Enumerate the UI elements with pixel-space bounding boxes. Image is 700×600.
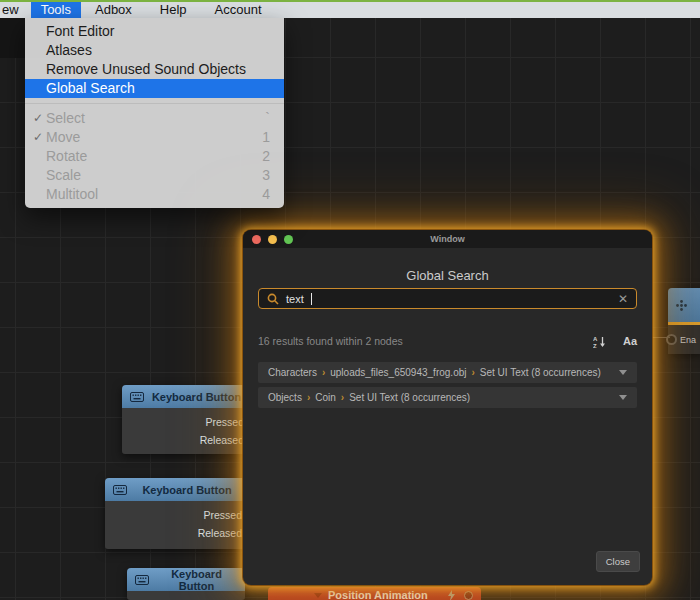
menu-help[interactable]: Help [150,2,197,18]
search-result-row[interactable]: Objects › Coin › Set UI Text (8 occurren… [258,387,637,408]
expand-caret-icon[interactable] [619,395,627,400]
output-released[interactable]: Released [122,431,250,449]
breadcrumb-segment: Characters [268,367,317,378]
menu-shortcut: ` [265,109,284,128]
node-header[interactable] [668,288,700,322]
breadcrumb-segment: Set UI Text (8 occurrences) [349,392,470,403]
breadcrumb-segment: uploads_files_650943_frog.obj [330,367,466,378]
menu-shortcut: 2 [262,147,284,166]
node-title: Keyboard Button [151,391,242,403]
search-query-text: text [286,293,304,305]
keyboard-icon [130,392,144,402]
breadcrumb-separator: › [341,392,344,403]
menu-account[interactable]: Account [205,2,272,18]
animation-bolt-icon [447,590,456,600]
node-header[interactable]: Keyboard Button [127,568,245,591]
breadcrumb-segment: Coin [315,392,336,403]
breadcrumb-separator: › [322,367,325,378]
node-title: Keyboard Button [134,484,240,496]
menu-shortcut: 1 [262,128,284,147]
tools-dropdown-menu: Font Editor Atlases Remove Unused Sound … [25,18,284,208]
menu-item-rotate[interactable]: Rotate 2 [25,147,284,166]
menu-shortcut: 3 [262,166,284,185]
expand-caret-icon[interactable] [619,370,627,375]
node-header[interactable]: Keyboard Button [122,385,250,408]
menu-view[interactable]: ew [0,2,25,18]
node-port[interactable] [464,591,473,600]
menu-item-remove-unused-sound-objects[interactable]: Remove Unused Sound Objects [25,60,284,79]
clear-search-icon[interactable]: ✕ [618,293,628,305]
search-input[interactable]: text ✕ [258,288,637,309]
breadcrumb-separator: › [471,367,474,378]
search-result-row[interactable]: Characters › uploads_files_650943_frog.o… [258,362,637,383]
breadcrumb-segment: Objects [268,392,302,403]
move-icon [675,299,688,312]
menu-item-atlases[interactable]: Atlases [25,41,284,60]
menu-item-global-search[interactable]: Global Search [25,79,284,98]
keyboard-icon [135,575,149,585]
keyboard-button-node-2[interactable]: Keyboard Button Pressed Released [105,478,248,549]
menu-tools[interactable]: Tools [31,2,81,18]
window-title: Window [243,234,652,244]
top-border-line [0,0,700,2]
output-pressed[interactable]: Pressed [122,413,250,431]
global-search-window: Window Global Search text ✕ 16 results f… [243,230,652,585]
menu-item-font-editor[interactable]: Font Editor [25,22,284,41]
page-title: Global Search [243,268,652,283]
menu-shortcut: 4 [262,185,284,204]
menu-adbox[interactable]: Adbox [85,2,142,18]
keyboard-icon [113,485,127,495]
keyboard-button-node-3[interactable]: Keyboard Button [127,568,245,600]
breadcrumb-separator: › [307,392,310,403]
position-animation-node[interactable]: Position Animation [268,587,481,600]
close-button[interactable]: Close [596,551,640,572]
node-title: Position Animation [328,589,428,600]
text-cursor [311,293,312,305]
output-released[interactable]: Released [105,524,248,542]
breadcrumb-segment: Set UI Text (8 occurrences) [480,367,601,378]
node-title: Keyboard Button [156,568,237,592]
output-pressed[interactable]: Pressed [105,506,248,524]
node-header[interactable]: Keyboard Button [105,478,248,501]
menu-item-scale[interactable]: Scale 3 [25,166,284,185]
results-summary: 16 results found within 2 nodes [258,335,403,347]
checkmark-icon: ✓ [31,128,45,147]
svg-text:Z: Z [593,343,597,348]
search-icon [267,293,279,305]
input-port[interactable] [666,334,677,345]
collapse-caret-icon[interactable] [314,593,322,598]
port-label: Ena [680,335,696,345]
menu-item-select[interactable]: ✓ Select ` [25,109,284,128]
side-node-panel[interactable]: Ena [668,288,700,354]
svg-text:A: A [593,336,598,342]
menu-item-multitool[interactable]: Multitool 4 [25,185,284,204]
window-titlebar[interactable]: Window [243,230,652,248]
checkmark-icon: ✓ [31,109,45,128]
menubar: ew Tools Adbox Help Account [0,2,700,18]
menu-item-move[interactable]: ✓ Move 1 [25,128,284,147]
case-sensitive-toggle[interactable]: Aa [623,335,637,347]
keyboard-button-node-1[interactable]: Keyboard Button Pressed Released [122,385,250,454]
menu-separator [25,103,284,104]
sort-icon[interactable]: AZ [593,335,606,348]
